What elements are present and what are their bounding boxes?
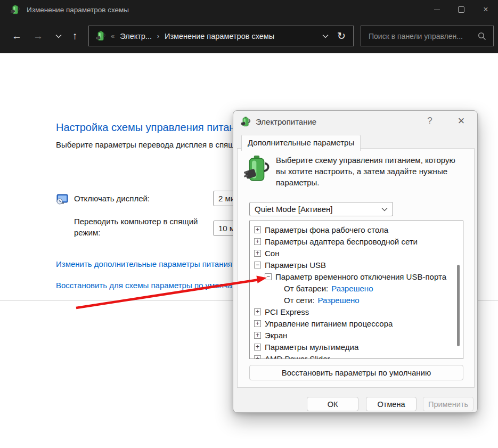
tree-item[interactable]: +Параметры мультимедиа — [250, 341, 463, 353]
search-box — [361, 26, 494, 46]
breadcrumb-segment-power-options[interactable]: Электр... — [120, 32, 152, 40]
tree-scrollbar-thumb[interactable] — [457, 265, 460, 346]
apply-label: Применить — [428, 400, 468, 409]
tab-advanced-settings[interactable]: Дополнительные параметры — [241, 135, 361, 151]
power-options-icon — [96, 31, 106, 41]
breadcrumb-overflow-icon[interactable]: « — [111, 32, 115, 40]
tree-item-label: Управление питанием процессора — [265, 319, 393, 328]
tree-item[interactable]: +AMD Power Slider — [250, 353, 463, 359]
sleep-label: Переводить компьютер в спящий режим: — [74, 216, 208, 238]
dialog-battery-icon — [241, 117, 251, 127]
back-icon[interactable]: ← — [12, 30, 22, 42]
expand-icon[interactable]: + — [254, 344, 261, 351]
power-options-dialog: Электропитание ? × Дополнительные параме… — [233, 110, 478, 413]
search-icon[interactable] — [478, 32, 486, 40]
sleep-setting-row: Переводить компьютер в спящий режим: — [56, 216, 208, 238]
search-input[interactable] — [368, 31, 478, 41]
window-title: Изменение параметров схемы — [27, 6, 129, 14]
cancel-label: Отмена — [377, 400, 405, 409]
tree-item-label: Параметр временного отключения USB-порта — [275, 272, 446, 281]
power-options-app-icon — [11, 5, 20, 14]
collapse-icon[interactable]: − — [265, 273, 272, 280]
tree-item-label: Параметры мультимедиа — [265, 343, 358, 352]
forward-icon[interactable]: → — [33, 30, 43, 42]
tree-item[interactable]: От батареи:Разрешено — [250, 282, 463, 294]
maximize-icon — [458, 6, 464, 13]
expand-icon[interactable]: + — [254, 226, 261, 233]
breadcrumb-segment-edit-plan[interactable]: Изменение параметров схемы — [165, 32, 274, 40]
tree-item[interactable]: −Параметр временного отключения USB-порт… — [250, 271, 463, 282]
expand-icon[interactable]: + — [254, 308, 261, 315]
ok-button[interactable]: ОК — [307, 397, 358, 411]
dialog-close-button[interactable]: × — [455, 114, 468, 128]
refresh-icon[interactable]: ↻ — [337, 30, 346, 42]
tree-item-label: Сон — [265, 249, 279, 258]
tree-item-label: От сети: — [284, 296, 314, 305]
window-titlebar: Изменение параметров схемы × — [0, 0, 498, 19]
breadcrumb-separator-icon: › — [157, 32, 159, 40]
dialog-titlebar: Электропитание — [233, 111, 477, 132]
tree-item[interactable]: +Сон — [250, 247, 463, 259]
restore-defaults-button[interactable]: Восстановить параметры по умолчанию — [249, 365, 463, 380]
display-off-setting-row: Отключать дисплей: — [56, 193, 208, 206]
minimize-icon — [434, 10, 440, 10]
tree-item-label: Экран — [265, 331, 287, 340]
scheme-select-chevron-icon — [381, 207, 388, 211]
expand-icon[interactable]: + — [254, 320, 261, 327]
tab-page: Выберите схему управления питанием, кото… — [237, 148, 475, 388]
dialog-help-button[interactable]: ? — [424, 116, 436, 126]
cancel-button[interactable]: Отмена — [366, 397, 417, 411]
tree-item-value-link[interactable]: Разрешено — [317, 296, 359, 305]
control-panel-window: Изменение параметров схемы × ← → ↑ « Эле… — [0, 0, 498, 448]
tree-item-label: Параметры фона рабочего стола — [265, 225, 388, 234]
close-icon: × — [483, 5, 488, 14]
tree-item[interactable]: +PCI Express — [250, 306, 463, 317]
display-clock-icon — [56, 193, 69, 206]
tree-item-label: AMD Power Slider — [265, 354, 330, 360]
tree-item-label: PCI Express — [265, 307, 309, 316]
advanced-power-settings-link[interactable]: Изменить дополнительные параметры питани… — [56, 259, 232, 268]
sleep-sphere-icon — [56, 216, 69, 229]
address-dropdown-chevron-icon[interactable] — [322, 34, 329, 38]
tree-item[interactable]: +Управление питанием процессора — [250, 317, 463, 329]
tree-item-label: Параметры адаптера беспроводной сети — [265, 237, 418, 246]
tree-item-label: От батареи: — [284, 284, 328, 293]
power-scheme-select[interactable]: Quiet Mode [Активен] — [249, 202, 393, 216]
maximize-button[interactable] — [449, 0, 473, 19]
tree-item[interactable]: +Параметры адаптера беспроводной сети — [250, 235, 463, 247]
tree-item[interactable]: +Параметры фона рабочего стола — [250, 224, 463, 235]
tree-item-value-link[interactable]: Разрешено — [331, 284, 373, 293]
tree-item[interactable]: −Параметры USB — [250, 259, 463, 271]
tree-item-label: Параметры USB — [265, 260, 326, 270]
expand-icon[interactable]: + — [254, 332, 261, 339]
collapse-icon[interactable]: − — [254, 262, 261, 268]
recent-pages-chevron-icon[interactable] — [55, 34, 62, 38]
close-button[interactable]: × — [473, 0, 498, 19]
restore-defaults-label: Восстановить параметры по умолчанию — [282, 368, 431, 377]
expand-icon[interactable]: + — [254, 238, 261, 245]
tree-item[interactable]: От сети:Разрешено — [250, 294, 463, 306]
dialog-description: Выберите схему управления питанием, кото… — [276, 154, 467, 188]
dialog-title: Электропитание — [256, 117, 316, 126]
ok-label: ОК — [328, 400, 338, 409]
expand-icon[interactable]: + — [254, 355, 261, 360]
up-icon[interactable]: ↑ — [72, 30, 78, 42]
advanced-settings-tree[interactable]: +Параметры фона рабочего стола+Параметры… — [249, 221, 463, 359]
address-bar[interactable]: « Электр... › Изменение параметров схемы… — [88, 26, 354, 46]
battery-plug-icon — [244, 155, 271, 183]
expand-icon[interactable]: + — [254, 250, 261, 257]
tree-item[interactable]: +Экран — [250, 329, 463, 341]
display-off-label: Отключать дисплей: — [74, 193, 208, 204]
minimize-button[interactable] — [424, 0, 449, 19]
apply-button-disabled[interactable]: Применить — [423, 397, 473, 411]
navigation-bar: ← → ↑ « Электр... › Изменение параметров… — [0, 19, 498, 53]
restore-plan-defaults-link[interactable]: Восстановить для схемы параметры по умол… — [56, 281, 232, 290]
power-scheme-selected-value: Quiet Mode [Активен] — [255, 205, 332, 214]
